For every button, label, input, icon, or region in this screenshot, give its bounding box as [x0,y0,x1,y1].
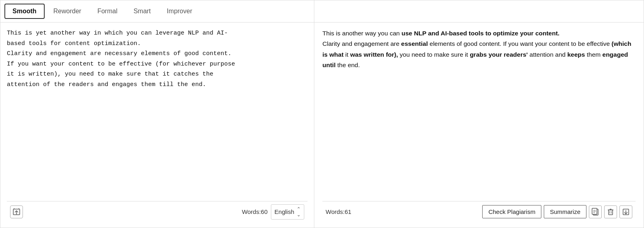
content-area: This is yet another way in which you can… [0,23,644,228]
right-text-bold3: essential [401,40,428,47]
tab-improver[interactable]: Improver [159,4,199,18]
top-row: Smooth Reworder Formal Smart Improver [0,0,644,23]
footer-actions: Check Plagiarism Summarize [482,205,632,218]
svg-rect-10 [609,210,613,215]
right-text-para2-start: Clarity and engagement are [322,40,401,47]
summarize-button[interactable]: Summarize [544,205,586,218]
right-text-bold6: grabs your readers' [470,51,528,58]
language-label: English [275,208,294,215]
right-text-para2-end2: attention and [528,51,567,58]
right-text-bold5: was written for), [350,51,398,58]
right-text-intro: This is another way you can [322,30,401,37]
tab-smart[interactable]: Smart [126,4,158,18]
right-text-para2-mid: elements of good content. If you want yo… [428,40,611,47]
right-word-count: Words:61 [326,208,351,215]
upload-button[interactable] [10,205,23,218]
right-text-para2-final: the end. [336,62,360,68]
main-container: Smooth Reworder Formal Smart Improver Th… [0,0,644,228]
left-footer-right: Words:60 English ⌃⌄ [242,204,304,220]
right-footer: Words:61 Check Plagiarism Summarize [322,201,636,222]
left-word-count: Words:60 [242,208,268,215]
left-panel-text: This is yet another way in which you can… [7,28,308,201]
right-text-para2-end: you need to make sure it [398,51,470,58]
right-top-empty [314,0,644,22]
right-text-para2-end3: them [585,51,602,58]
download-button[interactable] [619,205,632,218]
right-panel-text: This is another way you can use NLP and … [322,28,636,201]
right-text-bold2: to optimize your content. [485,30,559,37]
left-footer: Words:60 English ⌃⌄ [7,201,308,222]
right-text-bold1: use NLP and AI-based tools [401,30,485,37]
tabs-section: Smooth Reworder Formal Smart Improver [0,0,314,22]
chevron-icon: ⌃⌄ [297,206,301,218]
trash-button[interactable] [604,205,617,218]
left-panel: This is yet another way in which you can… [0,23,314,228]
right-text-bold7: keeps [568,51,585,58]
tab-formal[interactable]: Formal [90,4,125,18]
copy-document-button[interactable] [589,205,602,218]
tab-smooth[interactable]: Smooth [4,4,45,19]
language-selector[interactable]: English ⌃⌄ [271,204,304,220]
tab-reworder[interactable]: Reworder [46,4,89,18]
check-plagiarism-button[interactable]: Check Plagiarism [482,205,541,218]
right-text-para2-mid2: it [344,51,350,58]
right-panel: This is another way you can use NLP and … [314,23,644,228]
